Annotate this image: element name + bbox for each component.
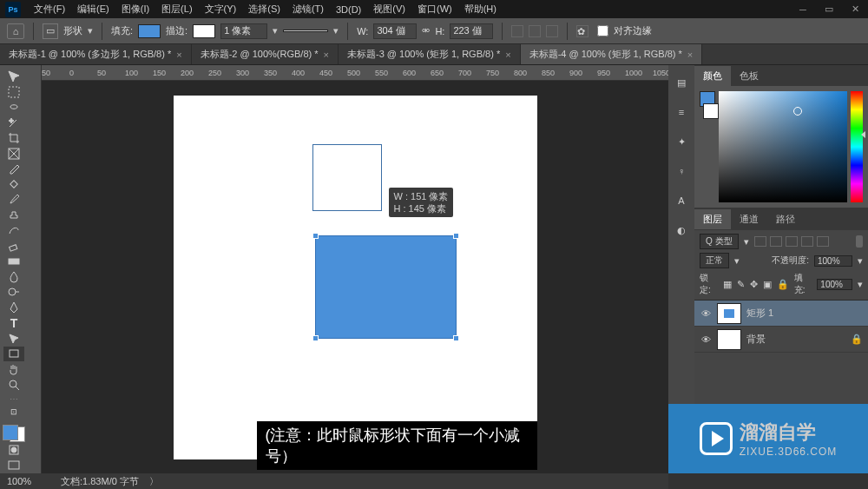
foreground-color-swatch[interactable]	[3, 425, 18, 440]
menu-window[interactable]: 窗口(W)	[411, 0, 458, 18]
actions-panel-icon[interactable]: A	[673, 192, 690, 209]
stamp-tool[interactable]	[3, 208, 24, 223]
menu-image[interactable]: 图像(I)	[115, 0, 155, 18]
close-icon[interactable]: ×	[176, 50, 181, 60]
doc-tab-3[interactable]: 未标题-3 @ 100% (矩形 1, RGB/8) *×	[339, 44, 521, 64]
close-icon[interactable]: ×	[324, 50, 329, 60]
zoom-level[interactable]: 100%	[7, 476, 50, 486]
history-panel-icon[interactable]: ▤	[673, 74, 690, 91]
tab-color[interactable]: 颜色	[694, 66, 731, 86]
type-tool[interactable]: T	[3, 315, 24, 331]
brush-tool[interactable]	[3, 192, 24, 208]
resize-handle[interactable]	[453, 335, 459, 341]
blur-tool[interactable]	[3, 269, 24, 285]
menu-layer[interactable]: 图层(L)	[155, 0, 198, 18]
document-info[interactable]: 文档:1.83M/0 字节	[61, 475, 139, 488]
restore-button[interactable]: ▭	[816, 0, 842, 18]
tool-preset-icon[interactable]: ▭	[43, 23, 58, 39]
settings-icon[interactable]: ✿	[576, 25, 589, 37]
doc-tab-2[interactable]: 未标题-2 @ 100%(RGB/8) *×	[192, 44, 339, 64]
stroke-swatch[interactable]	[193, 24, 215, 38]
marquee-tool[interactable]	[3, 84, 24, 100]
history-brush-tool[interactable]	[3, 223, 24, 239]
filter-toggle[interactable]	[856, 235, 863, 248]
visibility-icon[interactable]: 👁	[700, 308, 712, 319]
align-icon[interactable]	[529, 25, 541, 37]
doc-tab-1[interactable]: 未标题-1 @ 100% (多边形 1, RGB/8) *×	[0, 44, 192, 64]
artboard[interactable]: W : 151 像素 H : 145 像素 (注意：此时鼠标形状下面有一个小减号…	[174, 96, 537, 459]
edit-toolbar[interactable]: ⊡	[3, 404, 24, 420]
tab-channels[interactable]: 通道	[731, 209, 767, 229]
resize-handle[interactable]	[312, 335, 319, 341]
minimize-button[interactable]: ─	[790, 0, 816, 18]
layer-thumbnail[interactable]	[717, 329, 741, 350]
crop-tool[interactable]	[3, 130, 24, 146]
hue-handle[interactable]	[861, 131, 865, 138]
status-arrow[interactable]: 〉	[149, 475, 159, 488]
filter-smart-icon[interactable]	[817, 236, 829, 247]
color-picker[interactable]	[694, 86, 868, 208]
stroke-style[interactable]	[283, 30, 328, 32]
visibility-icon[interactable]: 👁	[700, 334, 712, 345]
opacity-input[interactable]: 100%	[814, 255, 852, 267]
hue-slider[interactable]	[851, 91, 863, 202]
layer-thumbnail[interactable]	[717, 303, 741, 324]
menu-view[interactable]: 视图(V)	[367, 0, 411, 18]
layer-name[interactable]: 背景	[746, 333, 766, 346]
align-edges-checkbox[interactable]	[597, 25, 608, 36]
lock-pos-icon[interactable]: ✥	[750, 279, 758, 290]
tab-swatches[interactable]: 色板	[731, 66, 767, 86]
wand-tool[interactable]	[3, 115, 24, 130]
close-icon[interactable]: ×	[687, 50, 693, 60]
height-input[interactable]	[450, 23, 493, 39]
menu-edit[interactable]: 编辑(E)	[71, 0, 115, 18]
dodge-tool[interactable]	[3, 285, 24, 301]
layer-filter-select[interactable]: Q 类型	[700, 234, 739, 249]
shape-rectangle-1[interactable]	[315, 235, 457, 339]
close-button[interactable]: ✕	[842, 0, 868, 18]
bg-sample[interactable]	[703, 103, 719, 119]
saturation-brightness-field[interactable]	[719, 91, 847, 202]
layer-row-rect1[interactable]: 👁 矩形 1	[694, 301, 868, 327]
link-icon[interactable]: ⚮	[422, 25, 430, 36]
arrange-icon[interactable]	[546, 25, 558, 37]
lock-trans-icon[interactable]: ▦	[723, 279, 732, 290]
doc-tab-4[interactable]: 未标题-4 @ 100% (矩形 1, RGB/8) *×	[521, 44, 703, 64]
layer-name[interactable]: 矩形 1	[746, 307, 773, 320]
hand-tool[interactable]	[3, 361, 24, 377]
menu-select[interactable]: 选择(S)	[242, 0, 286, 18]
lasso-tool[interactable]	[3, 100, 24, 116]
menu-filter[interactable]: 滤镜(T)	[286, 0, 330, 18]
picker-cursor[interactable]	[793, 107, 802, 116]
eraser-tool[interactable]	[3, 238, 24, 254]
filter-shape-icon[interactable]	[801, 236, 813, 247]
paragraph-panel-icon[interactable]: ◐	[673, 221, 690, 239]
filter-type-icon[interactable]	[786, 236, 798, 247]
tab-layers[interactable]: 图层	[694, 209, 731, 229]
resize-handle[interactable]	[312, 233, 319, 239]
shape-mode-label[interactable]: 形状	[63, 24, 82, 37]
layer-row-background[interactable]: 👁 背景 🔒	[694, 327, 868, 353]
menu-3d[interactable]: 3D(D)	[330, 2, 367, 17]
fill-input[interactable]: 100%	[817, 279, 852, 290]
pen-tool[interactable]	[3, 300, 24, 315]
screenmode-tool[interactable]	[3, 458, 24, 473]
drawing-outline-rect[interactable]	[312, 144, 382, 211]
resize-handle[interactable]	[453, 233, 459, 239]
lock-all-icon[interactable]: 🔒	[777, 279, 789, 290]
blend-mode-select[interactable]: 正常	[700, 253, 729, 268]
filter-adjust-icon[interactable]	[770, 236, 782, 247]
menu-file[interactable]: 文件(F)	[28, 0, 71, 18]
fill-swatch[interactable]	[138, 24, 161, 38]
properties-panel-icon[interactable]: ≡	[673, 103, 690, 121]
width-input[interactable]	[373, 23, 417, 39]
move-tool[interactable]	[3, 69, 24, 84]
color-swatches[interactable]	[3, 425, 25, 443]
canvas-area[interactable]: 5005010015020025030035040045050055060065…	[28, 65, 668, 473]
zoom-tool[interactable]	[3, 377, 24, 393]
eyedropper-tool[interactable]	[3, 162, 24, 177]
menu-help[interactable]: 帮助(H)	[458, 0, 503, 18]
rectangle-tool[interactable]	[3, 347, 24, 362]
quickmask-tool[interactable]	[3, 442, 24, 458]
path-select-tool[interactable]	[3, 331, 24, 347]
